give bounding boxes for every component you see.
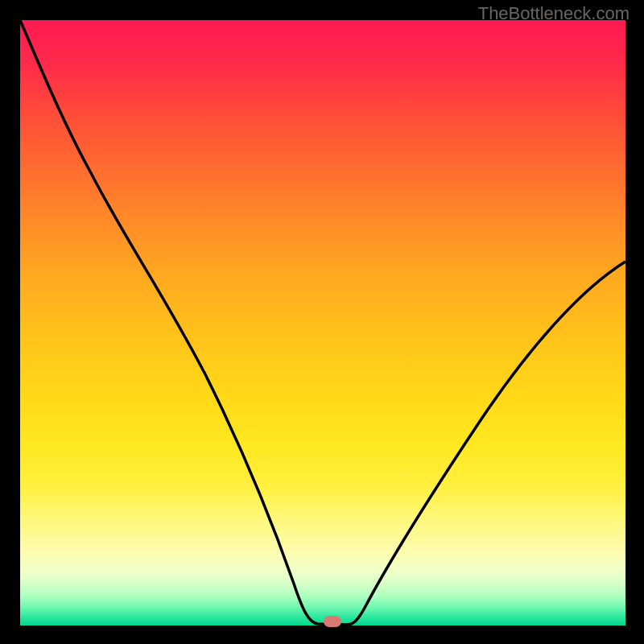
bottleneck-curve [20, 20, 625, 625]
plot-area [20, 20, 625, 625]
optimal-point-marker [324, 616, 341, 627]
watermark-text: TheBottleneck.com [478, 3, 630, 24]
curve-svg [20, 20, 625, 625]
chart-container: TheBottleneck.com [0, 0, 644, 644]
